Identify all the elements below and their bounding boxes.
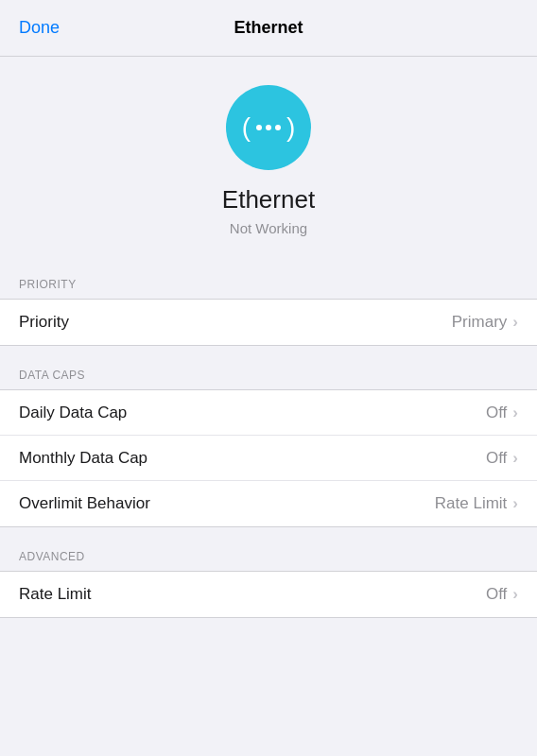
device-status: Not Working [230,220,307,236]
section-priority: PRIORITYPriorityPrimary› [0,278,537,346]
settings-row-priority[interactable]: PriorityPrimary› [0,300,537,345]
row-value-overlimit-behavior: Rate Limit [435,494,508,513]
settings-list-data-caps: Daily Data CapOff›Monthly Data CapOff›Ov… [0,389,537,527]
row-value-priority: Primary [452,313,508,332]
section-label-advanced: ADVANCED [0,550,537,571]
section-data-caps: DATA CAPSDaily Data CapOff›Monthly Data … [0,369,537,527]
row-right-monthly-data-cap: Off› [486,449,518,468]
chevron-icon-monthly-data-cap: › [512,449,518,468]
row-label-priority: Priority [19,313,69,332]
section-label-priority: PRIORITY [0,278,537,299]
row-label-monthly-data-cap: Monthly Data Cap [19,449,147,468]
settings-row-monthly-data-cap[interactable]: Monthly Data CapOff› [0,436,537,481]
chevron-icon-rate-limit: › [512,585,518,604]
hero-section: ( ) Ethernet Not Working [0,57,537,255]
row-label-rate-limit: Rate Limit [19,585,92,604]
row-right-daily-data-cap: Off› [486,404,518,422]
row-value-monthly-data-cap: Off [486,449,507,468]
ethernet-icon: ( ) [226,85,311,170]
row-label-daily-data-cap: Daily Data Cap [19,404,127,422]
row-right-priority: Primary› [452,313,518,332]
settings-list-advanced: Rate LimitOff› [0,571,537,618]
row-right-overlimit-behavior: Rate Limit› [435,494,518,513]
row-right-rate-limit: Off› [486,585,518,604]
row-value-rate-limit: Off [486,585,507,604]
sections-container: PRIORITYPriorityPrimary›DATA CAPSDaily D… [0,278,537,618]
left-bracket-icon: ( [242,114,251,141]
section-advanced: ADVANCEDRate LimitOff› [0,550,537,618]
settings-row-daily-data-cap[interactable]: Daily Data CapOff› [0,390,537,436]
row-label-overlimit-behavior: Overlimit Behavior [19,494,150,513]
settings-list-priority: PriorityPrimary› [0,299,537,346]
done-button[interactable]: Done [19,18,60,38]
row-value-daily-data-cap: Off [486,404,507,422]
section-label-data-caps: DATA CAPS [0,369,537,389]
page-title: Ethernet [234,18,303,38]
chevron-icon-priority: › [512,313,518,332]
navigation-bar: Done Ethernet [0,0,537,57]
dots-icon [256,125,281,130]
chevron-icon-daily-data-cap: › [512,404,518,422]
right-bracket-icon: ) [286,114,295,141]
settings-row-overlimit-behavior[interactable]: Overlimit BehaviorRate Limit› [0,481,537,526]
device-name: Ethernet [222,185,315,215]
settings-row-rate-limit[interactable]: Rate LimitOff› [0,572,537,617]
chevron-icon-overlimit-behavior: › [512,494,518,513]
